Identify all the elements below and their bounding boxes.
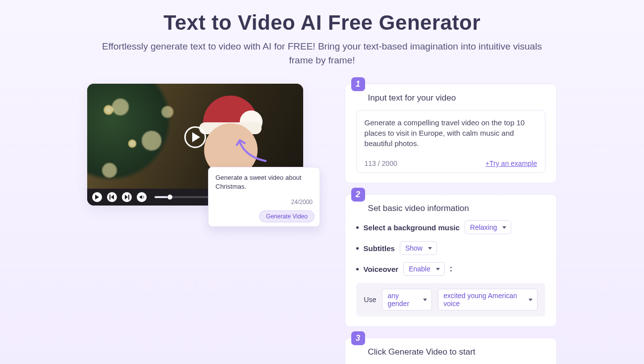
step3-badge: 3 (351, 331, 365, 345)
caption-text: Generate a sweet video about Christmas. (215, 173, 313, 191)
caption-char-count: 24/2000 (215, 199, 313, 206)
step2-badge: 2 (351, 188, 365, 202)
step3-title: Click Generate Video to start (368, 347, 545, 357)
page-title: Text to Video AI Free Generator (0, 11, 644, 35)
prev-button-icon[interactable] (107, 192, 117, 202)
prompt-textbox[interactable]: Generate a compelling travel video on th… (356, 110, 545, 173)
subtitles-select[interactable]: Show (400, 241, 437, 255)
step1-title: Input text for your video (368, 93, 545, 103)
try-example-link[interactable]: +Try an example (485, 159, 537, 167)
volume-button-icon[interactable] (137, 192, 147, 202)
bullet-icon (356, 226, 359, 229)
voice-style-select[interactable]: excited young American voice (438, 289, 537, 311)
bullet-icon (356, 247, 359, 250)
mini-generate-button[interactable]: Generate Video (259, 210, 315, 222)
next-button-icon[interactable] (122, 192, 132, 202)
step3-panel: 3 Click Generate Video to start Generate… (345, 338, 557, 364)
play-button-icon[interactable] (92, 192, 102, 202)
step1-badge: 1 (351, 77, 365, 91)
caption-card: Generate a sweet video about Christmas. … (208, 167, 320, 227)
voiceover-label: Voiceover (364, 265, 399, 273)
subtitles-label: Subtitles (364, 244, 395, 253)
svg-rect-1 (128, 195, 129, 200)
arrow-icon (236, 138, 268, 163)
bg-music-select[interactable]: Relaxing (465, 220, 511, 234)
use-label: Use (364, 296, 376, 304)
page-subtitle: Effortlessly generate text to video with… (0, 40, 644, 67)
step2-title: Set basic video information (368, 204, 545, 213)
bullet-icon (356, 268, 359, 270)
prompt-char-count: 113 / 2000 (365, 159, 397, 167)
step2-panel: 2 Set basic video information Select a b… (345, 194, 557, 327)
voice-use-row: Use any gender excited young American vo… (356, 283, 545, 316)
voice-gender-select[interactable]: any gender (382, 289, 432, 311)
play-icon[interactable] (184, 126, 206, 148)
bg-music-label: Select a background music (364, 223, 460, 232)
progress-bar[interactable] (155, 196, 214, 198)
voiceover-select[interactable]: Enable (403, 262, 445, 276)
colon: : (450, 264, 452, 273)
svg-rect-0 (109, 195, 110, 200)
step1-panel: 1 Input text for your video Generate a c… (345, 84, 557, 183)
prompt-text[interactable]: Generate a compelling travel video on th… (365, 117, 537, 149)
